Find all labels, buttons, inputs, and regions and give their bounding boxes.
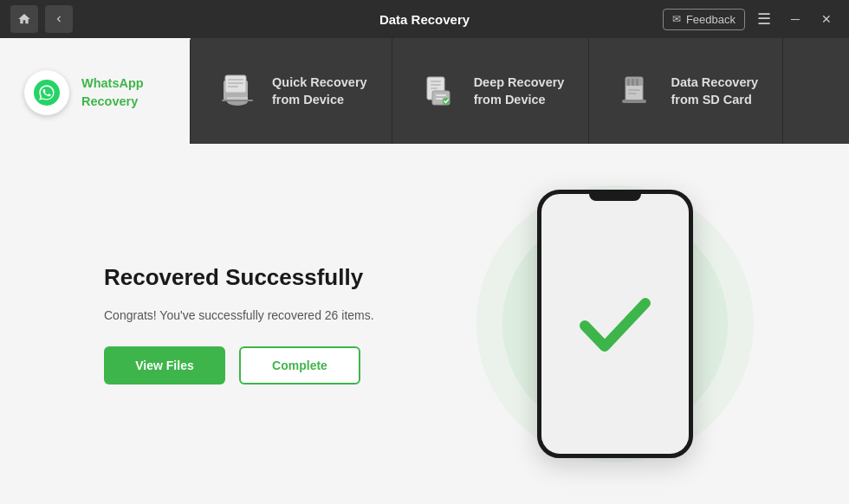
svg-rect-19 bbox=[627, 79, 630, 86]
svg-rect-14 bbox=[436, 94, 446, 96]
svg-rect-3 bbox=[228, 79, 243, 81]
checkmark-icon bbox=[572, 281, 658, 367]
titlebar-left-controls bbox=[10, 5, 73, 33]
whatsapp-circle bbox=[24, 70, 69, 115]
whatsapp-tab-icon bbox=[24, 70, 69, 115]
action-buttons: View Files Complete bbox=[104, 346, 450, 384]
svg-rect-22 bbox=[628, 89, 640, 91]
phone-illustration bbox=[450, 190, 780, 458]
svg-rect-10 bbox=[431, 81, 441, 82]
success-panel: Recovered Successfully Congrats! You've … bbox=[104, 264, 450, 384]
tab-deep-recovery[interactable]: Deep Recovery from Device bbox=[392, 38, 590, 144]
svg-rect-15 bbox=[436, 98, 443, 100]
tab-sd-card[interactable]: Data Recovery from SD Card bbox=[589, 38, 783, 144]
feedback-label: Feedback bbox=[686, 13, 736, 26]
feedback-button[interactable]: ✉ Feedback bbox=[663, 9, 745, 30]
sd-card-icon bbox=[613, 68, 658, 113]
back-button[interactable] bbox=[45, 5, 73, 33]
close-button[interactable]: ✕ bbox=[814, 7, 839, 31]
svg-rect-23 bbox=[628, 93, 637, 94]
menu-button[interactable]: ☰ bbox=[752, 7, 776, 31]
app-title: Data Recovery bbox=[379, 12, 470, 27]
svg-rect-21 bbox=[636, 79, 638, 86]
tab-whatsapp[interactable]: WhatsApp Recovery bbox=[0, 38, 191, 144]
tab-sd-card-label: Data Recovery from SD Card bbox=[671, 74, 758, 109]
svg-rect-4 bbox=[228, 82, 243, 84]
titlebar-right-controls: ✉ Feedback ☰ ─ ✕ bbox=[663, 7, 839, 31]
svg-rect-5 bbox=[228, 86, 238, 87]
svg-rect-11 bbox=[431, 84, 441, 86]
tab-deep-recovery-label: Deep Recovery from Device bbox=[474, 74, 565, 109]
titlebar: Data Recovery ✉ Feedback ☰ ─ ✕ bbox=[0, 0, 849, 38]
tabbar: WhatsApp Recovery Quick Recovery from De… bbox=[0, 38, 849, 144]
svg-rect-8 bbox=[222, 100, 253, 101]
svg-rect-24 bbox=[622, 100, 646, 103]
complete-button[interactable]: Complete bbox=[239, 346, 360, 384]
view-files-button[interactable]: View Files bbox=[104, 346, 225, 384]
minimize-button[interactable]: ─ bbox=[783, 7, 807, 31]
deep-recovery-icon bbox=[417, 68, 462, 113]
envelope-icon: ✉ bbox=[672, 13, 681, 25]
tab-quick-recovery[interactable]: Quick Recovery from Device bbox=[191, 38, 392, 144]
minimize-icon: ─ bbox=[791, 12, 800, 26]
recovered-subtitle: Congrats! You've successfully recovered … bbox=[104, 308, 450, 322]
main-content: Recovered Successfully Congrats! You've … bbox=[0, 144, 849, 504]
recovered-heading: Recovered Successfully bbox=[104, 264, 450, 291]
menu-icon: ☰ bbox=[757, 10, 771, 29]
svg-rect-12 bbox=[431, 87, 437, 89]
svg-rect-20 bbox=[632, 79, 634, 86]
close-icon: ✕ bbox=[821, 12, 832, 26]
home-button[interactable] bbox=[10, 5, 38, 33]
svg-point-0 bbox=[34, 80, 60, 106]
phone-frame bbox=[537, 190, 693, 458]
recovered-title: Recovered Successfully bbox=[104, 264, 450, 291]
phone-notch bbox=[589, 194, 641, 201]
quick-recovery-icon bbox=[215, 68, 260, 113]
tab-quick-recovery-label: Quick Recovery from Device bbox=[272, 74, 367, 109]
tab-whatsapp-label: WhatsApp Recovery bbox=[81, 74, 144, 110]
